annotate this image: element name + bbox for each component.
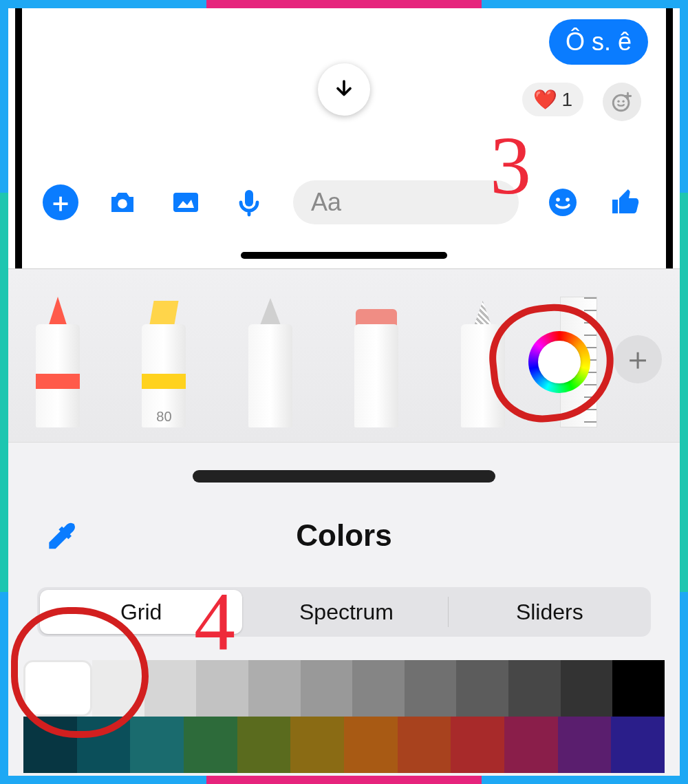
more-actions-button[interactable]: ＋ — [43, 184, 78, 220]
svg-point-2 — [622, 100, 624, 103]
color-swatch[interactable] — [352, 660, 405, 717]
emoji-button[interactable] — [544, 183, 582, 222]
add-reaction-button[interactable] — [603, 83, 641, 121]
color-swatch[interactable] — [184, 717, 237, 773]
message-input[interactable]: Aa — [293, 180, 519, 224]
smile-icon — [546, 186, 579, 219]
color-swatch[interactable] — [558, 717, 612, 773]
tab-spectrum[interactable]: Spectrum — [245, 587, 447, 637]
panel-title: Colors — [8, 518, 680, 553]
annotation-step-4: 4 — [194, 574, 235, 669]
sheet-grabber[interactable] — [193, 470, 495, 483]
message-composer: ＋ Aa — [43, 178, 645, 227]
reaction-count: 1 — [561, 89, 572, 111]
color-swatch[interactable] — [290, 717, 344, 773]
color-swatch[interactable] — [611, 717, 665, 773]
phone-frame-left — [15, 8, 22, 268]
message-bubble[interactable]: Ô s. ê — [549, 19, 648, 65]
svg-point-1 — [617, 100, 619, 103]
arrow-down-icon — [332, 77, 356, 102]
pen-tool[interactable] — [29, 297, 87, 427]
svg-point-8 — [556, 198, 560, 202]
image-icon — [169, 186, 202, 219]
svg-point-3 — [118, 199, 127, 209]
annotation-step-3: 3 — [490, 118, 531, 213]
reaction-pill[interactable]: ❤️ 1 — [522, 83, 583, 116]
color-swatch[interactable] — [451, 717, 504, 773]
mic-button[interactable] — [230, 183, 268, 222]
phone-frame-right — [666, 8, 673, 268]
microphone-icon — [233, 186, 266, 219]
color-swatch[interactable] — [504, 717, 558, 773]
svg-rect-4 — [173, 193, 198, 212]
color-swatch[interactable] — [130, 717, 184, 773]
tab-sliders[interactable]: Sliders — [449, 587, 651, 637]
color-swatch[interactable] — [561, 660, 613, 717]
emoji-plus-icon — [610, 90, 634, 114]
color-swatch[interactable] — [344, 717, 398, 773]
thumbs-up-button[interactable] — [607, 183, 645, 222]
color-swatch[interactable] — [144, 660, 197, 717]
color-swatch[interactable] — [508, 660, 561, 717]
color-swatch[interactable] — [237, 717, 291, 773]
marker-tool[interactable]: 80 — [135, 297, 193, 427]
color-swatch[interactable] — [398, 717, 451, 773]
input-placeholder: Aa — [311, 188, 341, 217]
pencil-tool[interactable] — [241, 297, 299, 427]
camera-button[interactable] — [103, 183, 142, 222]
svg-rect-6 — [245, 190, 253, 206]
messenger-area: Ô s. ê ❤️ 1 ＋ — [29, 8, 659, 268]
color-swatch[interactable] — [612, 660, 665, 717]
scroll-down-button[interactable] — [318, 63, 370, 116]
svg-point-0 — [613, 95, 629, 111]
thumbs-up-icon — [610, 186, 643, 219]
svg-point-7 — [549, 189, 577, 216]
svg-point-9 — [566, 198, 570, 202]
eraser-tool[interactable] — [347, 297, 405, 427]
camera-icon — [106, 186, 139, 219]
gallery-button[interactable] — [166, 183, 205, 222]
add-tool-button[interactable]: ＋ — [614, 335, 662, 383]
home-indicator — [241, 252, 447, 259]
color-swatch[interactable] — [248, 660, 301, 717]
color-swatch[interactable] — [301, 660, 353, 717]
color-swatch[interactable] — [456, 660, 508, 717]
color-swatch[interactable] — [405, 660, 457, 717]
marker-opacity-label: 80 — [135, 409, 193, 425]
heart-icon: ❤️ — [533, 88, 557, 111]
